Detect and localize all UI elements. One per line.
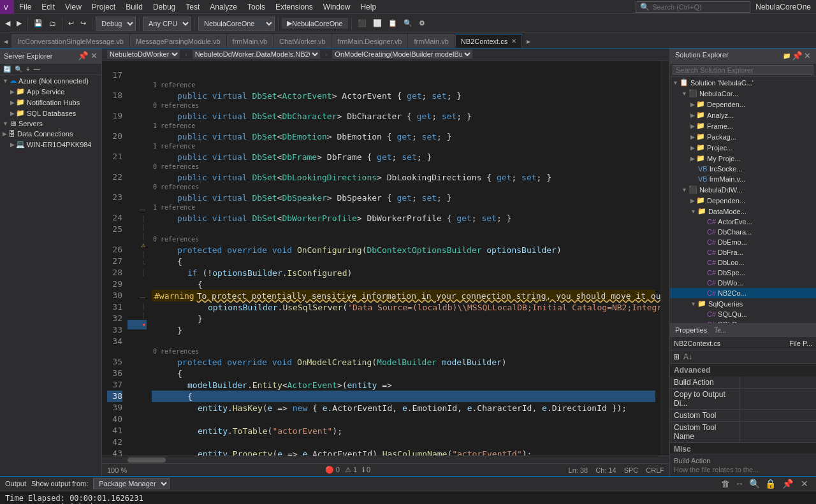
toolbar-btn-extra2[interactable]: ⬜ xyxy=(370,18,384,29)
se-item-notificationhubs[interactable]: ▶ 📁 Notification Hubs xyxy=(0,97,101,108)
menu-analyze[interactable]: Analyze xyxy=(205,1,242,13)
output-find[interactable]: 🔍 xyxy=(748,479,761,489)
h-scroll-thumb[interactable] xyxy=(127,457,166,463)
se-item-servers[interactable]: ▼ 🖥 Servers xyxy=(0,119,101,129)
menu-help[interactable]: Help xyxy=(355,1,381,13)
se-item-dataconnections[interactable]: ▶ 🗄 Data Connections xyxy=(0,129,101,139)
se-filter[interactable]: 🔍 xyxy=(13,65,24,73)
fold-icon[interactable]: — xyxy=(140,294,145,301)
tab-ircchat[interactable]: IrcConversationSingleMessage.vb xyxy=(11,34,129,48)
class-select[interactable]: NebuletoDdWorker.DataModels.NB2Context xyxy=(193,50,320,59)
output-pin[interactable]: 📌 xyxy=(780,479,796,489)
toolbar-forward[interactable]: ▶ xyxy=(14,18,24,29)
se-item-sqldatabases[interactable]: ▶ 📁 SQL Databases xyxy=(0,108,101,119)
sol-item-nebuladw[interactable]: ▼ ⬛ NebulaDdW... xyxy=(670,184,816,195)
sol-item-dependencies[interactable]: ▶ 📁 Dependen... xyxy=(670,99,816,110)
menu-edit[interactable]: Edit xyxy=(36,1,60,13)
sol-item-actorevent[interactable]: C# ActorEve... xyxy=(670,217,816,227)
sol-item-datamodels[interactable]: ▼ 📁 DataMode... xyxy=(670,206,816,217)
start-button[interactable]: ▶ NebulaCoreOne xyxy=(282,18,348,29)
props-section-advanced[interactable]: Advanced xyxy=(670,364,816,377)
toolbar-btn-extra3[interactable]: 📋 xyxy=(386,18,400,29)
code-content[interactable]: 1 reference public virtual DbSet<ActorEv… xyxy=(147,61,660,456)
tab-scroll-right[interactable]: ▸ xyxy=(523,35,534,48)
tab-frmmain2[interactable]: frmMain.vb xyxy=(408,34,454,48)
toolbar-btn-extra5[interactable]: ⚙ xyxy=(416,18,428,29)
tab-frmmaindesigner[interactable]: frmMain.Designer.vb xyxy=(332,34,408,48)
toolbar-undo[interactable]: ↩ xyxy=(66,18,76,29)
toolbar-save-all[interactable]: 🗂 xyxy=(47,18,59,29)
sol-item-dbframe[interactable]: C# DbFra... xyxy=(670,247,816,257)
sol-item-dependencies2[interactable]: ▶ 📁 Dependen... xyxy=(670,195,816,206)
sol-item-dbspeaker[interactable]: C# DbSpe... xyxy=(670,268,816,278)
menu-extensions[interactable]: Extensions xyxy=(270,1,318,13)
file-select[interactable]: NebuletoDdWorker xyxy=(107,50,180,59)
sol-item-dbcharacter[interactable]: C# DbChara... xyxy=(670,227,816,237)
sol-item-dblooking[interactable]: C# DbLoo... xyxy=(670,257,816,268)
output-close[interactable]: ✕ xyxy=(798,479,811,489)
error-warning-counts: 🔴 0 ⚠ 1 ℹ 0 xyxy=(325,466,371,474)
sol-item-sqlqueries[interactable]: ▼ 📁 SqlQueries xyxy=(670,298,816,309)
project-dropdown[interactable]: NebulaCoreOne xyxy=(198,17,275,31)
editor-scrollbar-h[interactable] xyxy=(102,456,669,463)
toolbar-btn-extra4[interactable]: 🔍 xyxy=(401,18,415,29)
tab-frmmain[interactable]: frmMain.vb xyxy=(227,34,273,48)
menu-file[interactable]: File xyxy=(14,1,36,13)
toolbar-save[interactable]: 💾 xyxy=(31,18,45,29)
se-item-azure[interactable]: ▼ ☁ Azure (Not connected) xyxy=(0,75,101,86)
tab-nb2context[interactable]: NB2Context.cs ✕ xyxy=(455,34,522,48)
sol-item-sqlquery1[interactable]: C# SQLQu... xyxy=(670,309,816,319)
output-source-select[interactable]: Package Manager xyxy=(93,478,170,489)
sol-item-analyze[interactable]: ▶ 📁 Analyz... xyxy=(670,110,816,120)
menu-tools[interactable]: Tools xyxy=(242,1,270,13)
se-refresh[interactable]: 🔄 xyxy=(1,65,13,73)
tab-scroll-left[interactable]: ◂ xyxy=(0,35,11,48)
sol-item-myproject[interactable]: ▶ 📁 My Proje... xyxy=(670,153,816,164)
toolbar-back[interactable]: ◀ xyxy=(3,18,13,29)
debug-mode-dropdown[interactable]: Debug xyxy=(96,17,136,31)
sol-item-frames[interactable]: ▶ 📁 Frame... xyxy=(670,120,816,131)
sol-item-solution[interactable]: ▼ 📋 Solution 'NebulaC...' xyxy=(670,77,816,88)
se-item-appservice[interactable]: ▶ 📁 App Service xyxy=(0,86,101,97)
toolbar-btn-extra1[interactable]: ⬛ xyxy=(355,18,369,29)
sol-item-ircsocket[interactable]: VB IrcSocke... xyxy=(670,164,816,174)
output-clear[interactable]: 🗑 xyxy=(720,479,731,489)
output-scroll-lock[interactable]: 🔒 xyxy=(764,479,777,489)
menu-view[interactable]: View xyxy=(60,1,87,13)
spc-label: SPC xyxy=(624,466,639,474)
menu-build[interactable]: Build xyxy=(120,1,148,13)
se-collapse[interactable]: 📁 xyxy=(783,51,790,61)
search-input[interactable] xyxy=(652,3,741,11)
sol-item-dbworker[interactable]: C# DbWo... xyxy=(670,278,816,288)
sol-item-nebulacore[interactable]: ▼ ⬛ NebulaCor... xyxy=(670,88,816,99)
se-close[interactable]: ✕ xyxy=(91,51,98,61)
props-sort-alpha[interactable]: A↓ xyxy=(681,352,694,362)
menu-window[interactable]: Window xyxy=(318,1,356,13)
toolbar-redo[interactable]: ↪ xyxy=(78,18,89,29)
se-disconnect[interactable]: — xyxy=(32,65,42,73)
sol-item-nb2context[interactable]: C# NB2Co... xyxy=(670,288,816,298)
solution-search-input[interactable] xyxy=(673,65,813,75)
fold-icon[interactable]: — xyxy=(140,206,145,213)
se-pin2[interactable]: 📌 xyxy=(792,51,803,61)
props-section-misc[interactable]: Misc xyxy=(670,443,816,454)
props-sort-cat[interactable]: ⊞ xyxy=(671,352,681,362)
tab-messageparsing[interactable]: MessageParsingModule.vb xyxy=(130,34,226,48)
tab-chatworker[interactable]: ChatWorker.vb xyxy=(273,34,332,48)
se-pin[interactable]: 📌 xyxy=(78,51,89,61)
right-panel: Solution Explorer 📁 📌 ✕ ▼ 📋 Solution 'Ne… xyxy=(669,48,816,476)
menu-project[interactable]: Project xyxy=(87,1,120,13)
sol-item-frmmain[interactable]: VB frmMain.v... xyxy=(670,174,816,184)
se-item-winserver[interactable]: ▶ 💻 WIN-ER1O4PKK984 xyxy=(0,139,101,150)
menu-test[interactable]: Test xyxy=(180,1,205,13)
tab-close-icon[interactable]: ✕ xyxy=(511,38,516,45)
se-connect[interactable]: + xyxy=(24,65,32,73)
se-close2[interactable]: ✕ xyxy=(804,51,811,61)
menu-debug[interactable]: Debug xyxy=(148,1,180,13)
sol-item-project[interactable]: ▶ 📁 Projec... xyxy=(670,142,816,153)
sol-item-packages[interactable]: ▶ 📁 Packag... xyxy=(670,131,816,142)
sol-item-dbemotion[interactable]: C# DbEmo... xyxy=(670,237,816,247)
output-wrap[interactable]: ↔ xyxy=(734,479,745,489)
platform-dropdown[interactable]: Any CPU xyxy=(143,17,191,31)
member-select[interactable]: OnModelCreating(ModelBuilder modelBuilde… xyxy=(332,50,472,59)
